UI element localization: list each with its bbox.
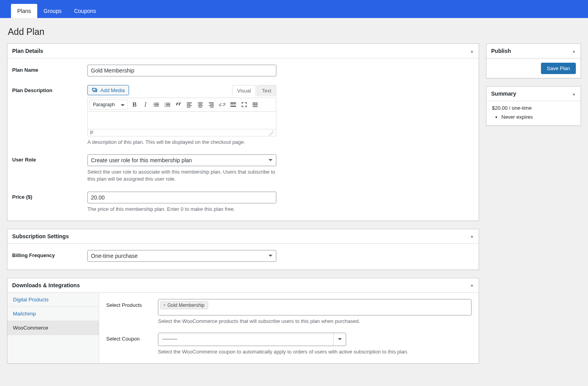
collapse-icon[interactable]: ▲ [470,283,474,287]
top-nav-tabs: Plans Groups Coupons [0,0,588,18]
description-help: A description of this plan. This will be… [87,139,276,146]
collapse-icon[interactable]: ▲ [572,49,576,53]
plan-details-heading: Plan Details [12,48,43,54]
editor-tab-text[interactable]: Text [257,85,276,96]
integrations-heading: Downloads & Integrations [12,282,80,288]
tab-plans[interactable]: Plans [11,4,37,18]
empty-value-icon [162,339,177,339]
user-role-help: Select the user role to associate with t… [87,169,276,183]
integrations-box: Downloads & Integrations ▲ Digital Produ… [7,278,479,364]
publish-heading: Publish [491,48,511,54]
product-tag-label: Gold Membership [167,303,205,308]
bold-icon[interactable]: B [129,100,140,110]
price-help: The price of this membership plan. Enter… [87,206,276,213]
collapse-icon[interactable]: ▲ [572,92,576,96]
select-products-input[interactable]: × Gold Membership [158,299,472,315]
billing-frequency-select[interactable]: One-time purchase [87,250,276,262]
select-products-label: Select Products [106,299,158,325]
publish-box: Publish ▲ Save Plan [486,43,581,78]
tab-groups[interactable]: Groups [37,4,68,18]
media-icon [92,87,98,93]
billing-frequency-label: Billing Frequency [12,250,87,258]
save-plan-button[interactable]: Save Plan [541,63,576,74]
align-center-icon[interactable] [195,100,205,110]
tab-coupons[interactable]: Coupons [68,4,102,18]
product-tag: × Gold Membership [160,301,208,309]
summary-price: $20.00 / one-time [492,105,575,111]
bullet-list-icon[interactable] [151,100,162,110]
numbered-list-icon[interactable] [162,100,172,110]
user-role-label: User Role [12,154,87,163]
description-editor[interactable] [88,112,276,129]
int-tab-woocommerce[interactable]: WooCommerce [7,321,99,335]
resize-handle-icon[interactable] [268,130,274,136]
add-media-label: Add Media [100,87,125,93]
int-tab-digital-products[interactable]: Digital Products [7,293,99,307]
select-coupon-dropdown[interactable] [158,333,346,346]
toolbar-toggle-icon[interactable] [250,100,260,110]
summary-expiry: Never expires [501,114,575,120]
int-tab-mailchimp[interactable]: Mailchimp [7,307,99,321]
price-label: Price ($) [12,192,87,200]
editor-path: P [90,130,93,136]
select-products-help: Select the WooCommerce products that wil… [158,318,472,325]
add-media-button[interactable]: Add Media [87,85,129,95]
fullscreen-icon[interactable] [239,100,249,110]
plan-name-input[interactable] [87,65,276,76]
plan-description-label: Plan Description [12,85,87,93]
plan-name-label: Plan Name [12,65,87,73]
subscription-settings-box: Subscription Settings ▲ Billing Frequenc… [7,229,479,270]
italic-icon[interactable]: I [140,100,151,110]
plan-details-box: Plan Details ▲ Plan Name Plan Descriptio… [7,43,479,221]
page-title: Add Plan [8,27,581,37]
summary-box: Summary ▲ $20.00 / one-time Never expire… [486,86,581,126]
link-icon[interactable] [217,100,227,110]
chevron-down-icon [333,333,346,346]
subscription-heading: Subscription Settings [12,233,69,239]
align-left-icon[interactable] [184,100,194,110]
user-role-select[interactable]: Create user role for this membership pla… [87,154,276,166]
collapse-icon[interactable]: ▲ [470,49,474,53]
block-format-select[interactable]: Paragraph [89,100,128,110]
remove-tag-icon[interactable]: × [163,303,166,308]
align-right-icon[interactable] [206,100,216,110]
editor-tab-visual[interactable]: Visual [232,85,256,96]
blockquote-icon[interactable] [173,100,183,110]
select-coupon-help: Select the WooCommerce coupon to automat… [158,348,472,355]
read-more-icon[interactable] [228,100,238,110]
select-coupon-label: Select Coupon [106,333,158,355]
collapse-icon[interactable]: ▲ [470,234,474,238]
price-input[interactable] [87,192,276,203]
summary-heading: Summary [491,91,516,97]
